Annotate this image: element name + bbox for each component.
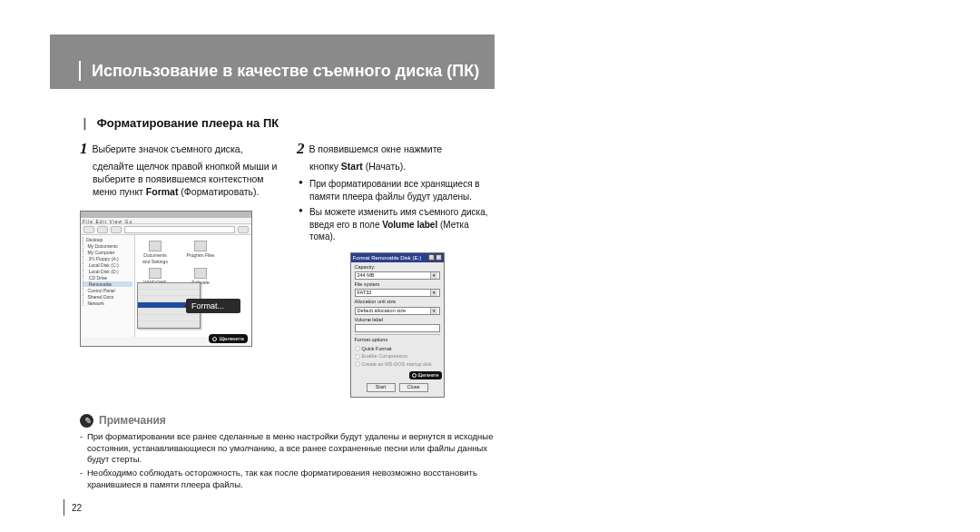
close-icon: × (436, 254, 442, 261)
notes-list: При форматировании все ранее сделанные в… (80, 431, 497, 491)
dialog-caption: Format Removable Disk (E:) (353, 254, 422, 261)
step-2-number: 2 (297, 140, 305, 157)
note-item: При форматировании все ранее сделанные в… (80, 431, 497, 466)
step-2-bold: Start (341, 161, 363, 172)
filesystem-label: File system (355, 281, 440, 288)
capacity-label: Capacity: (355, 264, 440, 271)
chevron-down-icon: ▾ (430, 272, 437, 279)
explorer-menubar: File Edit View Go (81, 218, 251, 224)
start-button: Start (367, 383, 396, 392)
steps-columns: 1 Выберите значок съемного диска, сделай… (80, 139, 497, 398)
page-number-divider (64, 499, 64, 516)
step-1-bold: Format (146, 186, 179, 197)
status-dot-icon (412, 373, 416, 378)
capacity-field: 244 MB▾ (355, 271, 440, 280)
format-callout-text: Format... (191, 300, 224, 311)
step-2-pre: кнопку (309, 161, 341, 172)
status-dot-icon (212, 337, 217, 341)
format-callout: Format... (186, 299, 240, 313)
filesystem-value: FAT32 (358, 290, 372, 296)
header-title-bar: Использование в качестве съемного диска … (50, 53, 495, 89)
folder-tree: Desktop My Documents My Computer 3½ Flop… (81, 235, 135, 337)
content-area: ❘ Форматирование плеера на ПК 1 Выберите… (80, 116, 497, 493)
explorer-window-mock: File Edit View Go Desktop My Documents M… (80, 211, 252, 347)
dialog-titlebar: Format Removable Disk (E:) ? × (351, 253, 444, 262)
step-2-bullets: При форматировании все хранящиеся в памя… (297, 178, 497, 243)
chevron-down-icon: ▾ (430, 290, 437, 296)
toolbar-button (238, 226, 249, 233)
help-icon: ? (428, 254, 435, 261)
step-1-number: 1 (80, 140, 88, 157)
notes-badge-icon: ✎ (80, 414, 93, 428)
format-options-group: Format options Quick Format Enable Compr… (355, 334, 440, 368)
click-callout-text: Щелкните (219, 335, 244, 342)
page-number-area: 22 (64, 499, 82, 516)
alloc-value: Default allocation size (358, 308, 407, 314)
dialog-button-row: Start Close (351, 381, 444, 393)
quick-format-checkbox: Quick Format (355, 346, 440, 352)
bullet-item: При форматировании все хранящиеся в памя… (297, 178, 497, 202)
explorer-toolbar (81, 224, 251, 235)
heading-marker: ❘ (80, 116, 90, 130)
enable-compression-text: Enable Compression (362, 353, 408, 360)
header-divider (79, 61, 81, 81)
capacity-value: 244 MB (358, 272, 375, 279)
section-heading: ❘ Форматирование плеера на ПК (80, 116, 497, 130)
msdos-checkbox: Create an MS-DOS startup disk (355, 361, 440, 368)
step-1-line1: Выберите значок съемного диска, (92, 143, 242, 154)
format-dialog-mock: Format Removable Disk (E:) ? × Capacity:… (350, 252, 445, 398)
address-bar (124, 226, 235, 233)
document-page: Использование в качестве съемного диска … (0, 0, 980, 532)
chevron-down-icon: ▾ (430, 308, 437, 314)
toolbar-button (83, 226, 94, 233)
volume-label-label: Volume label (355, 317, 440, 323)
notes-section: ✎ Примечания При форматировании все ране… (80, 414, 497, 491)
bullet-2-bold: Volume label (382, 220, 437, 230)
explorer-titlebar (81, 212, 251, 218)
quick-format-text: Quick Format (362, 346, 392, 352)
close-button: Close (399, 383, 428, 392)
page-number: 22 (72, 503, 82, 513)
click-callout-text: Щелкните (418, 372, 439, 379)
section-heading-text: Форматирование плеера на ПК (97, 116, 279, 130)
page-title: Использование в качестве съемного диска … (92, 62, 479, 81)
filesystem-field: FAT32▾ (355, 289, 440, 297)
volume-field (355, 324, 440, 332)
enable-compression-checkbox: Enable Compression (355, 353, 440, 360)
alloc-field: Default allocation size▾ (355, 307, 440, 315)
click-callout: Щелкните (409, 371, 442, 379)
msdos-text: Create an MS-DOS startup disk (362, 361, 432, 368)
toolbar-button (111, 226, 122, 233)
note-item: Необходимо соблюдать осторожность, так к… (80, 468, 497, 491)
header-top-strip (50, 34, 495, 53)
step-1-tail: (Форматировать). (178, 186, 259, 197)
format-dialog-wrap: Format Removable Disk (E:) ? × Capacity:… (297, 252, 497, 398)
format-options-label: Format options (355, 337, 440, 343)
notes-title: Примечания (99, 414, 166, 427)
alloc-label: Allocation unit size (355, 299, 440, 305)
folder-icon: Program Files (186, 241, 215, 259)
toolbar-button (97, 226, 108, 233)
step-2-post: (Начать). (363, 161, 406, 172)
notes-heading: ✎ Примечания (80, 414, 497, 428)
step-1: 1 Выберите значок съемного диска, сделай… (80, 139, 280, 398)
bullet-item: Вы можете изменить имя съемного диска, в… (297, 206, 497, 243)
step-2-line1: В появившемся окне нажмите (309, 143, 442, 154)
click-callout: Щелкните (209, 334, 248, 343)
step-2: 2 В появившемся окне нажмите кнопку Star… (297, 139, 497, 398)
folder-icon: Documents and Settings (141, 241, 170, 265)
